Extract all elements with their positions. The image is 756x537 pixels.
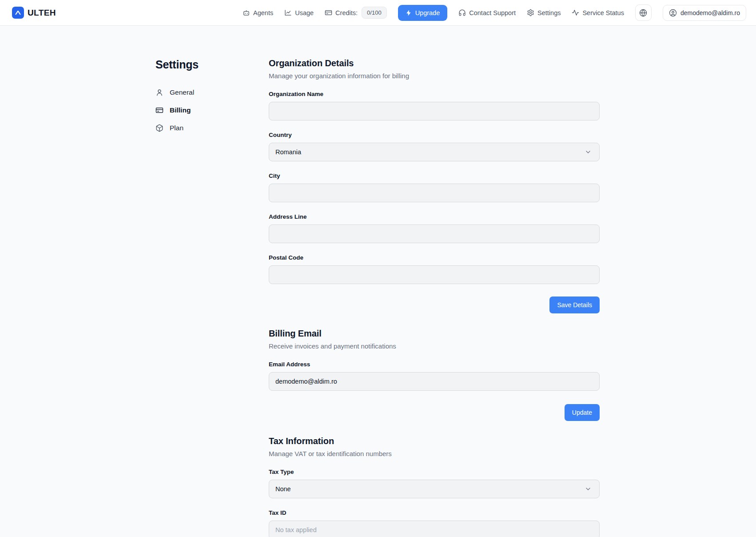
- tax-type-select[interactable]: None: [269, 480, 600, 498]
- update-email-button[interactable]: Update: [565, 404, 600, 421]
- credits-label: Credits:: [335, 9, 358, 16]
- robot-icon: [243, 9, 250, 16]
- section-title: Organization Details: [269, 58, 600, 68]
- organization-details-section: Organization Details Manage your organiz…: [269, 58, 600, 313]
- tax-id-label: Tax ID: [269, 509, 600, 516]
- nav-service-status-label: Service Status: [582, 9, 624, 16]
- postal-code-field: Postal Code: [269, 254, 600, 284]
- section-subtitle: Receive invoices and payment notificatio…: [269, 342, 600, 350]
- sidebar-item-plan[interactable]: Plan: [155, 122, 269, 134]
- header-nav: Agents Usage Credits: 0/100 Upgrade Cont…: [243, 4, 746, 21]
- top-navigation-bar: ULTEH Agents Usage Credits: 0/100 Upgrad…: [0, 0, 756, 26]
- credits-indicator[interactable]: Credits: 0/100: [325, 7, 387, 19]
- account-email: demodemo@aldim.ro: [680, 9, 740, 16]
- country-label: Country: [269, 132, 600, 138]
- city-label: City: [269, 172, 600, 179]
- sidebar-item-general[interactable]: General: [155, 86, 269, 99]
- tax-type-selected-value: None: [275, 485, 291, 493]
- settings-page: Settings General Billing Plan Organizati…: [0, 26, 756, 537]
- city-field: City: [269, 172, 600, 202]
- section-subtitle: Manage VAT or tax identification numbers: [269, 450, 600, 457]
- credit-card-icon: [155, 106, 163, 114]
- tax-type-field: Tax Type None: [269, 469, 600, 498]
- brand-name: ULTEH: [28, 8, 56, 18]
- nav-service-status[interactable]: Service Status: [572, 9, 624, 16]
- upgrade-label: Upgrade: [415, 9, 440, 16]
- organization-name-label: Organization Name: [269, 91, 600, 97]
- email-address-field: Email Address: [269, 361, 600, 391]
- settings-sidebar: Settings General Billing Plan: [155, 58, 269, 537]
- nav-agents[interactable]: Agents: [243, 9, 273, 16]
- sidebar-item-label: Plan: [170, 124, 183, 132]
- page-title: Settings: [155, 58, 269, 71]
- billing-settings-content: Organization Details Manage your organiz…: [269, 58, 600, 537]
- chevron-down-icon: [585, 485, 592, 493]
- nav-usage-label: Usage: [295, 9, 314, 16]
- user-icon: [155, 88, 163, 96]
- email-address-input[interactable]: [269, 372, 600, 391]
- email-address-label: Email Address: [269, 361, 600, 368]
- country-field: Country Romania: [269, 132, 600, 161]
- sidebar-item-billing[interactable]: Billing: [155, 104, 269, 116]
- chevron-down-icon: [585, 148, 592, 156]
- country-selected-value: Romania: [275, 148, 301, 156]
- ulteh-logo-icon: [12, 7, 24, 19]
- package-icon: [155, 124, 163, 132]
- tax-information-section: Tax Information Manage VAT or tax identi…: [269, 436, 600, 537]
- save-details-button[interactable]: Save Details: [549, 297, 600, 313]
- section-title: Tax Information: [269, 436, 600, 446]
- sidebar-item-label: Billing: [170, 106, 191, 114]
- update-email-row: Update: [269, 404, 600, 421]
- address-line-label: Address Line: [269, 213, 600, 220]
- nav-contact-support[interactable]: Contact Support: [458, 9, 516, 16]
- postal-code-label: Postal Code: [269, 254, 600, 261]
- brand[interactable]: ULTEH: [12, 7, 56, 19]
- tax-id-field: Tax ID: [269, 509, 600, 537]
- tax-id-input[interactable]: [269, 521, 600, 537]
- language-button[interactable]: [635, 4, 652, 21]
- organization-name-input[interactable]: [269, 102, 600, 120]
- address-field: Address Line: [269, 213, 600, 243]
- country-select[interactable]: Romania: [269, 143, 600, 161]
- organization-name-field: Organization Name: [269, 91, 600, 120]
- nav-settings-label: Settings: [537, 9, 561, 16]
- headset-icon: [458, 9, 466, 16]
- activity-icon: [572, 9, 579, 16]
- account-menu-button[interactable]: demodemo@aldim.ro: [663, 5, 746, 21]
- credit-card-icon: [325, 9, 332, 16]
- upgrade-button[interactable]: Upgrade: [398, 5, 448, 21]
- city-input[interactable]: [269, 184, 600, 202]
- sidebar-item-label: General: [170, 88, 194, 96]
- gear-icon: [527, 9, 534, 16]
- postal-code-input[interactable]: [269, 265, 600, 284]
- nav-contact-support-label: Contact Support: [469, 9, 516, 16]
- chart-icon: [284, 9, 292, 16]
- address-line-input[interactable]: [269, 224, 600, 243]
- user-circle-icon: [669, 9, 677, 17]
- save-details-row: Save Details: [269, 297, 600, 313]
- section-title: Billing Email: [269, 329, 600, 339]
- nav-settings[interactable]: Settings: [527, 9, 561, 16]
- globe-icon: [639, 9, 647, 17]
- nav-agents-label: Agents: [253, 9, 273, 16]
- billing-email-section: Billing Email Receive invoices and payme…: [269, 329, 600, 421]
- tax-type-label: Tax Type: [269, 469, 600, 475]
- nav-usage[interactable]: Usage: [284, 9, 314, 16]
- bolt-icon: [406, 10, 412, 16]
- credits-badge: 0/100: [362, 7, 387, 19]
- section-subtitle: Manage your organization information for…: [269, 72, 600, 80]
